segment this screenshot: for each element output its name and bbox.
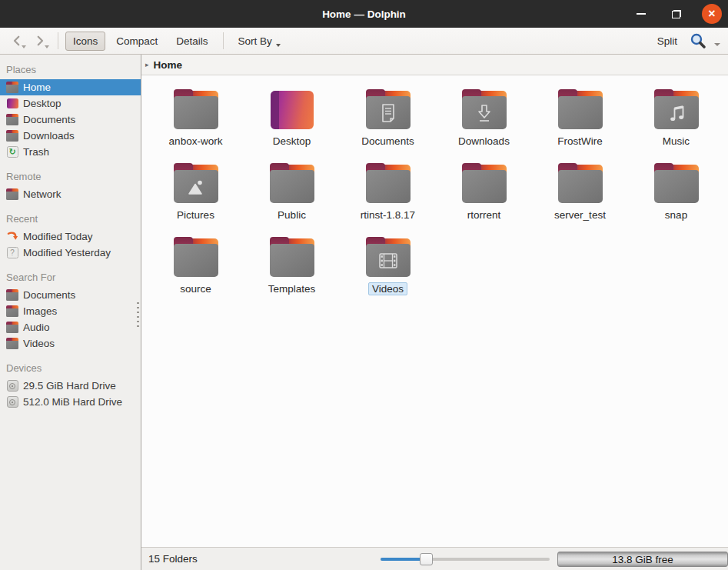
sidebar-item-documents[interactable]: Documents	[0, 112, 141, 128]
folder-public[interactable]: Public	[244, 160, 340, 234]
folder-label: Documents	[357, 135, 417, 148]
folder-desktop[interactable]: Desktop	[244, 86, 340, 160]
sidebar-item-trash[interactable]: ↻Trash	[0, 144, 141, 160]
folder-icon	[558, 163, 603, 203]
sidebar-item-documents[interactable]: Documents	[0, 287, 141, 303]
sidebar-item-label: 512.0 MiB Hard Drive	[23, 396, 122, 408]
harddrive-icon	[7, 380, 18, 392]
folder-icon	[270, 237, 314, 277]
dolphin-window: Home — Dolphin × IconsCompactDetails Sor…	[0, 0, 728, 570]
minimize-icon	[637, 13, 646, 15]
sidebar-item-label: Documents	[23, 114, 75, 125]
zoom-slider[interactable]	[381, 553, 550, 565]
video-glyph-icon	[377, 252, 399, 270]
sidebar-section-places: PlacesHomeDesktopDocumentsDownloads↻Tras…	[0, 59, 141, 160]
sidebar-section-title: Search For	[0, 267, 141, 287]
close-button[interactable]: ×	[702, 4, 722, 24]
folder-icon	[462, 163, 507, 203]
toolbar-overflow-caret-icon[interactable]	[714, 43, 720, 46]
sidebar-item-downloads[interactable]: Downloads	[0, 128, 141, 144]
sort-by-button[interactable]: Sort By	[231, 32, 284, 51]
sidebar-item-29-5-gib-hard-drive[interactable]: 29.5 GiB Hard Drive	[0, 378, 141, 394]
folder-label: Desktop	[269, 135, 315, 148]
sidebar-item-videos[interactable]: Videos	[0, 335, 141, 352]
folder-label: Templates	[264, 282, 320, 295]
folder-icon	[270, 163, 314, 203]
folder-snap[interactable]: snap	[628, 160, 724, 234]
folder-label: Pictures	[173, 208, 218, 222]
sidebar-item-audio[interactable]: Audio	[0, 319, 141, 335]
folder-icon	[174, 237, 218, 277]
folder-label: source	[176, 282, 215, 295]
folder-templates[interactable]: Templates	[244, 234, 340, 308]
sidebar-item-label: Home	[23, 82, 51, 93]
places-panel: PlacesHomeDesktopDocumentsDownloads↻Tras…	[0, 55, 141, 570]
forward-history-caret-icon	[45, 45, 49, 48]
search-button[interactable]	[686, 30, 710, 52]
panel-splitter[interactable]	[141, 55, 141, 570]
sidebar-item-modified-today[interactable]: Modified Today	[0, 228, 141, 245]
sidebar-item-modified-yesterday[interactable]: ?Modified Yesterday	[0, 245, 141, 261]
modified-yesterday-icon: ?	[7, 247, 18, 258]
maximize-button[interactable]	[667, 4, 686, 24]
folder-rtinst-1-8-17[interactable]: rtinst-1.8.17	[340, 160, 436, 234]
view-mode-icons-button[interactable]: Icons	[65, 32, 105, 51]
sidebar-item-512-0-mib-hard-drive[interactable]: 512.0 MiB Hard Drive	[0, 394, 141, 410]
sort-by-caret-icon	[276, 44, 281, 47]
folder-videos[interactable]: Videos	[340, 234, 436, 308]
sidebar-item-images[interactable]: Images	[0, 303, 141, 319]
sort-by-label: Sort By	[238, 35, 272, 47]
minimize-button[interactable]	[631, 4, 651, 24]
folder-label: snap	[661, 208, 691, 222]
folder-icon	[174, 163, 218, 203]
sidebar-section-title: Places	[0, 59, 141, 79]
folder-icon	[6, 323, 18, 333]
sidebar-item-label: Modified Yesterday	[23, 247, 111, 258]
folder-icon	[366, 237, 411, 277]
zoom-slider-handle[interactable]	[420, 553, 433, 565]
sidebar-item-network[interactable]: Network	[0, 186, 141, 202]
music-glyph-icon	[667, 103, 686, 123]
folder-label: anbox-work	[165, 135, 227, 148]
folder-label: Music	[659, 135, 693, 148]
sidebar-item-label: Documents	[23, 289, 75, 301]
sidebar-item-home[interactable]: Home	[0, 79, 141, 95]
sidebar-item-desktop[interactable]: Desktop	[0, 95, 141, 112]
folder-view[interactable]: anbox-workDesktopDocumentsDownloadsFrost…	[141, 75, 728, 547]
folder-source[interactable]: source	[148, 234, 244, 308]
forward-button[interactable]	[29, 31, 51, 51]
folder-documents[interactable]: Documents	[340, 86, 436, 160]
folder-icon	[6, 115, 18, 125]
breadcrumb[interactable]: ▸ Home	[141, 55, 728, 75]
sidebar-item-label: Videos	[23, 338, 55, 349]
folder-rtorrent[interactable]: rtorrent	[436, 160, 532, 234]
sidebar-item-label: Trash	[23, 146, 49, 158]
folder-downloads[interactable]: Downloads	[436, 86, 532, 160]
desktop-icon	[7, 98, 18, 108]
folder-frostwire[interactable]: FrostWire	[532, 86, 628, 160]
toolbar-separator	[223, 32, 224, 49]
folder-label: FrostWire	[553, 135, 607, 148]
folder-server-test[interactable]: server_test	[532, 160, 628, 234]
close-icon: ×	[708, 8, 715, 20]
folder-icon	[174, 89, 218, 129]
folder-icon	[6, 307, 18, 317]
desktop-icon	[271, 91, 314, 129]
folder-icon	[654, 89, 699, 129]
trash-icon: ↻	[7, 146, 18, 158]
back-button[interactable]	[6, 31, 28, 51]
folder-icon	[366, 89, 411, 129]
view-mode-compact-button[interactable]: Compact	[108, 32, 165, 51]
view-mode-details-button[interactable]: Details	[168, 32, 215, 51]
sidebar-section-devices: Devices29.5 GiB Hard Drive512.0 MiB Hard…	[0, 358, 141, 410]
free-space-bar: 13.8 GiB free	[557, 552, 728, 567]
download-glyph-icon	[475, 103, 494, 123]
folder-anbox-work[interactable]: anbox-work	[148, 86, 244, 160]
split-button[interactable]: Split	[650, 32, 685, 51]
folder-label: rtinst-1.8.17	[357, 208, 419, 222]
sidebar-item-label: Images	[23, 305, 57, 317]
titlebar: Home — Dolphin ×	[0, 0, 728, 28]
folder-pictures[interactable]: Pictures	[148, 160, 244, 234]
breadcrumb-current[interactable]: Home	[154, 59, 183, 71]
folder-music[interactable]: Music	[628, 86, 724, 160]
